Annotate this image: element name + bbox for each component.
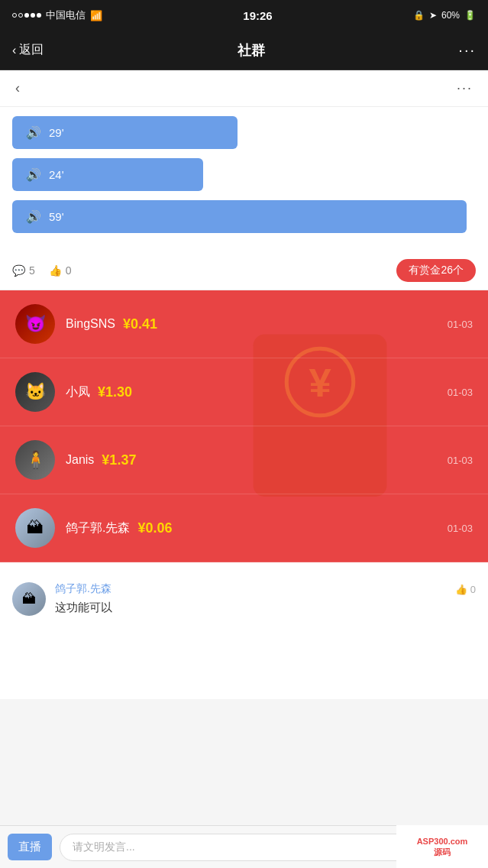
reward-row-4[interactable]: 🏔 鸽子郭.先森 ¥0.06 01-03 <box>0 494 488 562</box>
watermark-text: ASP300.com 源码 <box>417 836 468 858</box>
voice-bubble-2[interactable]: 🔊 24' <box>12 158 203 191</box>
comment-like[interactable]: 👍 0 <box>455 584 476 595</box>
avatar-xiaofeng: 🐱 <box>15 372 55 412</box>
nav-back-button[interactable]: ‹ 返回 <box>12 42 44 58</box>
action-bar: 💬 5 👍 0 有赏金26个 <box>0 251 488 290</box>
watermark: ASP300.com 源码 <box>396 825 488 868</box>
back-chevron-icon: ‹ <box>12 44 16 57</box>
avatar-janis: 🧍 <box>15 440 55 480</box>
live-button[interactable]: 直播 <box>8 834 52 860</box>
clock: 19:26 <box>243 9 272 22</box>
voice-item-2[interactable]: 🔊 24' <box>12 158 476 191</box>
voice-duration-1: 29' <box>49 126 64 139</box>
voice-item-3[interactable]: 🔊 59' <box>12 200 476 233</box>
voice-duration-2: 24' <box>49 168 64 181</box>
reward-name-3: Janis <box>66 453 94 467</box>
reward-date-1: 01-03 <box>448 319 473 330</box>
voice-duration-3: 59' <box>49 210 64 223</box>
voice-item-1[interactable]: 🔊 29' <box>12 116 476 149</box>
status-right: 🔒 ➤ 60% 🔋 <box>413 10 476 21</box>
avatar-pigeon: 🏔 <box>15 508 55 548</box>
speaker-icon-2: 🔊 <box>26 167 41 182</box>
reward-amount-2: ¥1.30 <box>98 384 132 400</box>
wifi-icon: 📶 <box>90 10 102 21</box>
battery-icon: 🔋 <box>464 10 476 21</box>
comment-count: 5 <box>29 264 35 277</box>
like-button[interactable]: 👍 0 <box>49 264 72 277</box>
reward-name-2: 小凤 <box>66 384 90 400</box>
reward-name-4: 鸽子郭.先森 <box>66 520 130 536</box>
speaker-icon-3: 🔊 <box>26 209 41 224</box>
nav-title: 社群 <box>238 41 265 60</box>
speaker-icon: 🔊 <box>26 125 41 140</box>
comment-body: 鸽子郭.先森 👍 0 这功能可以 <box>55 582 476 617</box>
reward-date-2: 01-03 <box>448 387 473 398</box>
comment-text: 这功能可以 <box>55 599 476 617</box>
reward-amount-3: ¥1.37 <box>102 452 136 468</box>
comment-avatar: 🏔 <box>12 582 46 616</box>
reward-row-2[interactable]: 🐱 小凤 ¥1.30 01-03 <box>0 358 488 426</box>
reward-row-1[interactable]: 😈 BingSNS ¥0.41 01-03 <box>0 290 488 358</box>
avatar-bingsns: 😈 <box>15 304 55 344</box>
reward-name-1: BingSNS <box>66 317 115 331</box>
red-packet-section: ¥ 😈 BingSNS ¥0.41 01-03 🐱 小凤 ¥1.30 01-03… <box>0 290 488 562</box>
voice-bubble-3[interactable]: 🔊 59' <box>12 200 467 233</box>
back-label: 返回 <box>19 42 44 58</box>
input-placeholder: 请文明发言... <box>73 840 135 853</box>
comment-button[interactable]: 💬 5 <box>12 264 35 277</box>
commenter-name: 鸽子郭.先森 <box>55 582 111 596</box>
reward-row-3[interactable]: 🧍 Janis ¥1.37 01-03 <box>0 426 488 494</box>
voice-bubble-1[interactable]: 🔊 29' <box>12 116 238 149</box>
status-bar: 中国电信 📶 19:26 🔒 ➤ 60% 🔋 <box>0 0 488 31</box>
like-icon-comment: 👍 <box>455 584 467 595</box>
comment-header: 鸽子郭.先森 👍 0 <box>55 582 476 596</box>
sub-nav: ‹ ··· <box>0 70 488 107</box>
location-icon: ➤ <box>429 10 437 21</box>
voice-list: 🔊 29' 🔊 24' 🔊 59' <box>0 107 488 251</box>
main-content: ‹ ··· 🔊 29' 🔊 24' 🔊 59' 💬 <box>0 70 488 699</box>
status-left: 中国电信 📶 <box>12 8 102 22</box>
comment-icon: 💬 <box>12 264 25 277</box>
reward-amount-4: ¥0.06 <box>137 520 172 536</box>
reward-amount-1: ¥0.41 <box>123 316 157 332</box>
bottom-bar: 直播 请文明发言... ASP300.com 源码 <box>0 825 488 868</box>
action-left: 💬 5 👍 0 <box>12 264 72 277</box>
sub-nav-more-button[interactable]: ··· <box>457 80 473 96</box>
nav-bar: ‹ 返回 社群 ··· <box>0 31 488 70</box>
carrier-label: 中国电信 <box>46 8 86 22</box>
reward-date-3: 01-03 <box>448 455 473 466</box>
reward-date-4: 01-03 <box>448 523 473 534</box>
comment-section: 🏔 鸽子郭.先森 👍 0 这功能可以 <box>0 570 488 638</box>
signal-icon <box>12 13 41 18</box>
nav-more-button[interactable]: ··· <box>458 41 476 59</box>
battery-label: 60% <box>441 10 460 21</box>
sub-nav-back-button[interactable]: ‹ <box>15 80 20 96</box>
comment-like-count: 0 <box>470 584 476 595</box>
reward-badge[interactable]: 有赏金26个 <box>396 259 476 282</box>
like-count: 0 <box>66 264 72 277</box>
like-icon: 👍 <box>49 264 62 277</box>
comment-item-1: 🏔 鸽子郭.先森 👍 0 这功能可以 <box>12 582 476 617</box>
lock-icon: 🔒 <box>413 10 425 21</box>
